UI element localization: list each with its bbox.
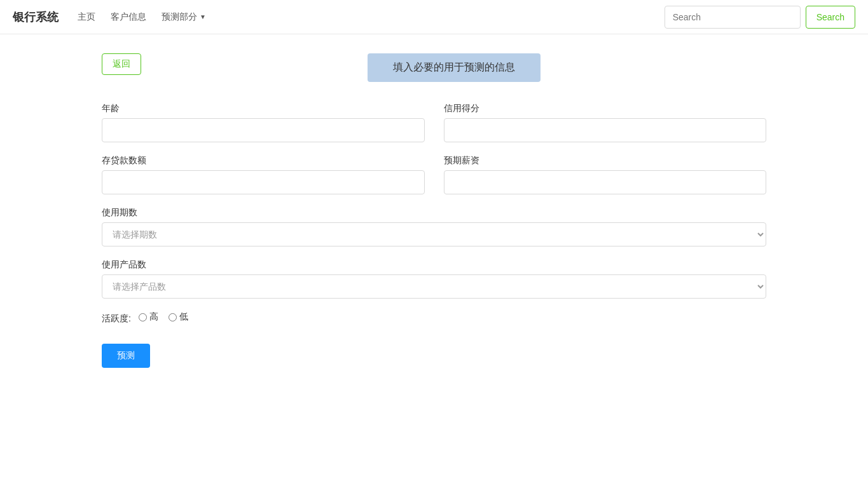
age-input[interactable]	[102, 118, 425, 142]
nav-item-home[interactable]: 主页	[78, 9, 95, 25]
search-input[interactable]	[665, 6, 801, 29]
nav-item-prediction[interactable]: 预测部分 ▼	[162, 11, 206, 23]
balance-input[interactable]	[102, 170, 425, 194]
form-group-balance: 存贷款数额	[102, 155, 425, 194]
radio-low-label: 低	[179, 311, 188, 323]
salary-label: 预期薪资	[444, 155, 767, 166]
credit-score-label: 信用得分	[444, 103, 767, 114]
radio-high[interactable]	[139, 313, 147, 321]
tenure-label: 使用期数	[102, 207, 766, 219]
predict-button[interactable]: 预测	[102, 344, 150, 368]
main-content: 返回 填入必要的用于预测的信息 年龄 信用得分 存贷款数额 预期薪资 使用期数 …	[0, 34, 868, 387]
nav-item-prediction-label: 预测部分	[162, 11, 197, 23]
num-products-select[interactable]: 请选择产品数	[102, 274, 766, 299]
salary-input[interactable]	[444, 170, 767, 194]
credit-score-input[interactable]	[444, 118, 767, 142]
activity-group: 活跃度: 高 低	[102, 311, 766, 325]
form-row-balance-salary: 存贷款数额 预期薪资	[102, 155, 766, 194]
form-group-num-products: 使用产品数 请选择产品数	[102, 259, 766, 299]
num-products-label: 使用产品数	[102, 259, 766, 271]
radio-group-activity: 高 低	[139, 311, 188, 323]
navbar: 银行系统 主页 客户信息 预测部分 ▼ Search	[0, 0, 868, 34]
tenure-select[interactable]: 请选择期数	[102, 222, 766, 246]
form-group-age: 年龄	[102, 103, 425, 142]
radio-high-label: 高	[149, 311, 158, 323]
radio-item-low[interactable]: 低	[169, 311, 188, 323]
nav-item-customer[interactable]: 客户信息	[111, 9, 146, 25]
form-group-salary: 预期薪资	[444, 155, 767, 194]
navbar-search: Search	[665, 6, 855, 29]
radio-low[interactable]	[169, 313, 177, 321]
activity-label: 活跃度:	[102, 313, 131, 323]
form-group-tenure: 使用期数 请选择期数	[102, 207, 766, 246]
form-group-credit-score: 信用得分	[444, 103, 767, 142]
form-row-age-credit: 年龄 信用得分	[102, 103, 766, 142]
page-title: 填入必要的用于预测的信息	[368, 53, 541, 82]
brand-title: 银行系统	[13, 10, 59, 25]
nav-links: 主页 客户信息 预测部分 ▼	[78, 9, 665, 25]
chevron-down-icon: ▼	[200, 13, 206, 20]
back-button[interactable]: 返回	[102, 53, 141, 75]
search-button[interactable]: Search	[806, 6, 855, 29]
balance-label: 存贷款数额	[102, 155, 425, 166]
radio-item-high[interactable]: 高	[139, 311, 158, 323]
header-row: 返回 填入必要的用于预测的信息	[102, 53, 766, 88]
age-label: 年龄	[102, 103, 425, 114]
title-center-block: 填入必要的用于预测的信息	[141, 53, 766, 82]
